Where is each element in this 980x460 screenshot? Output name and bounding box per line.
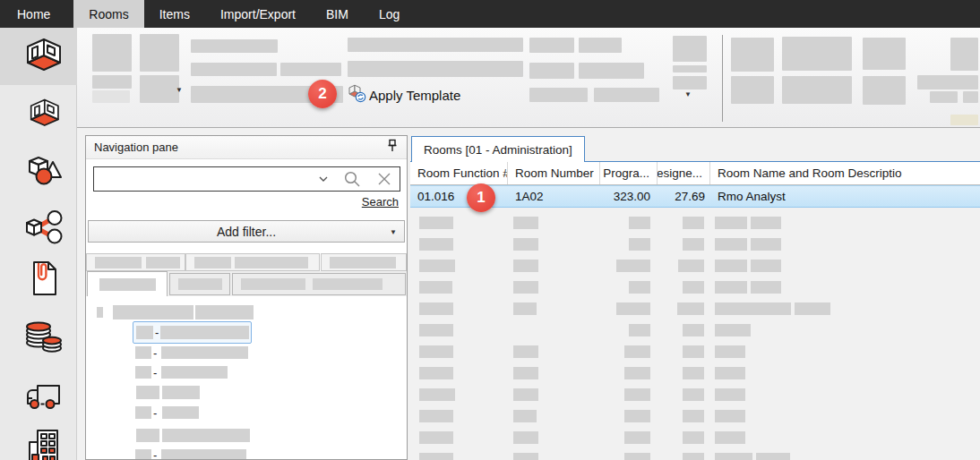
filter-chip[interactable] <box>86 253 185 271</box>
search-icon[interactable] <box>335 167 369 191</box>
redacted-cell <box>751 238 781 251</box>
room-row-redacted[interactable] <box>410 362 980 384</box>
filter-chip-row <box>86 253 407 271</box>
room-row-redacted[interactable] <box>410 277 980 298</box>
dropdown-caret-icon[interactable]: ▼ <box>684 91 692 98</box>
redacted-cell <box>419 431 453 444</box>
rooms-icon[interactable] <box>23 93 64 134</box>
cell-room-number: 1A02 <box>508 186 600 207</box>
filter-chip[interactable] <box>185 253 320 271</box>
navigation-pane-header: Navigation pane <box>86 136 407 159</box>
redacted-cell <box>513 410 537 422</box>
apply-template-label: Apply Template <box>369 88 460 103</box>
redacted-ribbon-control <box>529 38 574 53</box>
redacted-ribbon-control <box>950 38 978 71</box>
room-row-redacted[interactable] <box>410 212 980 234</box>
column-header-designe[interactable]: Designe... <box>658 162 710 184</box>
rooms-tab-title: Rooms [01 - Administration] <box>424 143 572 157</box>
apply-template-button[interactable]: Apply Template <box>347 83 460 106</box>
redacted-ribbon-control <box>140 34 179 72</box>
cell-room-name: Rmo Analyst <box>710 186 980 207</box>
redacted-ribbon-control <box>140 75 179 103</box>
navigation-tab[interactable] <box>232 273 406 295</box>
redacted-cell <box>715 217 747 229</box>
redacted-cell <box>683 238 704 251</box>
cell-programmed: 323.00 <box>600 186 658 207</box>
search-history-chevron-icon[interactable] <box>312 167 335 191</box>
pin-icon[interactable] <box>386 139 399 156</box>
search-input[interactable] <box>94 167 312 191</box>
redacted-cell <box>715 388 745 401</box>
redacted-ribbon-control <box>673 65 707 72</box>
redacted-cell <box>419 238 453 251</box>
navigation-tree: ----- <box>86 296 407 460</box>
tree-dash: - <box>153 349 157 358</box>
topbar-tab-bim[interactable]: BIM <box>311 0 364 28</box>
redacted-cell <box>513 260 538 272</box>
topbar-tab-items[interactable]: Items <box>144 0 205 28</box>
dropdown-caret-icon[interactable]: ▼ <box>176 87 183 94</box>
redacted-ribbon-control <box>529 63 574 79</box>
redacted-cell <box>419 367 453 379</box>
redacted-ribbon-control <box>930 91 958 103</box>
redacted-cell <box>683 324 704 336</box>
rooms-document-tab[interactable]: Rooms [01 - Administration] <box>411 136 585 162</box>
filter-chip[interactable] <box>321 253 407 271</box>
redacted-cell <box>624 431 650 444</box>
navigation-tab-selected[interactable] <box>87 271 168 296</box>
redacted-ribbon-control <box>191 39 278 53</box>
clear-search-icon[interactable] <box>369 167 400 191</box>
redacted-cell <box>624 410 650 422</box>
room-row-redacted[interactable] <box>410 427 980 448</box>
annotation-badge-2: 2 <box>308 80 337 108</box>
redacted-cell <box>715 410 745 422</box>
redacted-cell <box>715 367 745 379</box>
redacted-tree-label <box>135 366 151 379</box>
room-row-redacted[interactable] <box>410 384 980 405</box>
redacted-tree-label <box>136 386 159 399</box>
redacted-cell <box>715 238 747 251</box>
home-menu[interactable]: Home <box>0 0 73 28</box>
redacted-cell <box>419 453 453 460</box>
redacted-cell <box>513 238 538 251</box>
room-row-redacted[interactable] <box>410 448 980 460</box>
topbar-tab-log[interactable]: Log <box>364 0 415 28</box>
redacted-cell <box>715 453 752 460</box>
column-header-room-name-and-room-descriptio[interactable]: Room Name and Room Descriptio <box>710 162 980 184</box>
selected-room-row[interactable]: 01.016 1A02 323.00 27.69 Rmo Analyst <box>410 185 980 208</box>
building-icon[interactable] <box>23 428 64 460</box>
ribbon-toolbar: ▼ ▼ 2 Apply Template <box>77 28 980 128</box>
room-row-redacted[interactable] <box>410 298 980 319</box>
rooms-panel: Rooms [01 - Administration] Room Functio… <box>410 135 980 460</box>
redacted-tree-label <box>162 406 199 419</box>
add-filter-caret-icon: ▼ <box>390 229 397 236</box>
column-header-progra[interactable]: Progra... <box>600 162 658 184</box>
column-header-room-number[interactable]: Room Number <box>508 162 600 184</box>
redacted-tree-label <box>161 346 248 359</box>
item-links-icon[interactable] <box>23 208 64 249</box>
room-row-redacted[interactable] <box>410 341 980 362</box>
redacted-cell <box>715 324 751 336</box>
documents-icon[interactable] <box>23 258 64 299</box>
search-link[interactable]: Search <box>362 195 399 209</box>
logistics-icon[interactable] <box>23 374 64 415</box>
redacted-cell <box>683 431 704 444</box>
room-overview-icon[interactable] <box>23 37 64 78</box>
room-row-redacted[interactable] <box>410 319 980 341</box>
topbar-tab-import-export[interactable]: Import/Export <box>205 0 311 28</box>
redacted-cell <box>683 410 704 422</box>
add-filter-button[interactable]: Add filter... ▼ <box>88 220 405 243</box>
navigation-tab[interactable] <box>169 273 230 295</box>
redacted-cell <box>616 260 650 272</box>
tree-dash: - <box>153 409 157 418</box>
redacted-cell <box>513 453 538 460</box>
items-icon[interactable] <box>23 150 64 192</box>
redacted-cell <box>513 217 538 229</box>
room-row-redacted[interactable] <box>410 255 980 277</box>
topbar-tab-rooms[interactable]: Rooms <box>73 0 143 28</box>
room-row-redacted[interactable] <box>410 405 980 427</box>
finance-icon[interactable] <box>23 315 64 356</box>
column-header-room-function[interactable]: Room Function # <box>410 162 508 184</box>
redacted-tree-label <box>161 366 228 379</box>
room-row-redacted[interactable] <box>410 234 980 255</box>
